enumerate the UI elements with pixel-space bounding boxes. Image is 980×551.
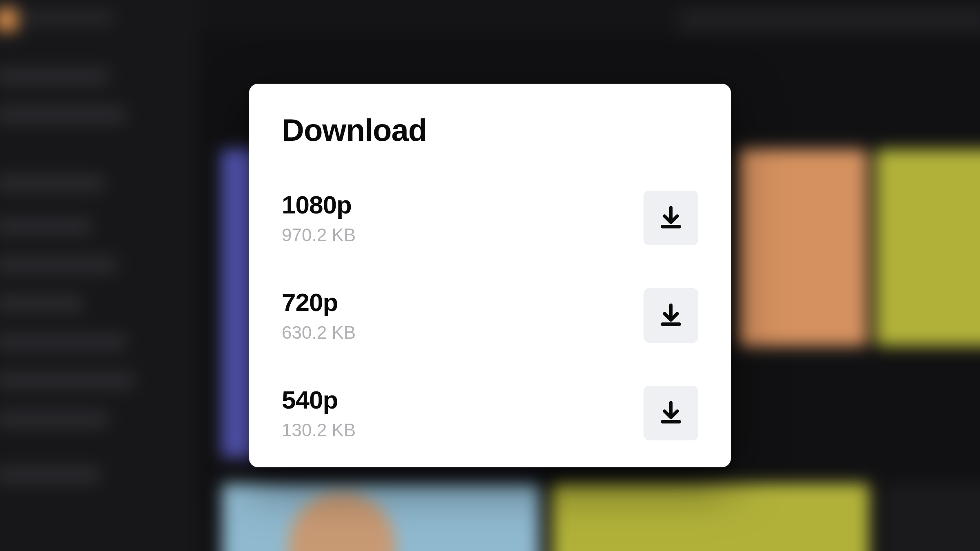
option-size-label: 630.2 KB — [282, 322, 356, 343]
download-option-540p: 540p 130.2 KB — [282, 380, 698, 446]
sidebar-item — [0, 411, 108, 428]
search-bar — [679, 8, 980, 33]
download-icon — [658, 204, 684, 231]
sidebar-item — [0, 372, 134, 389]
option-size-label: 130.2 KB — [282, 420, 356, 440]
avatar — [0, 8, 18, 31]
thumbnail — [882, 483, 980, 551]
option-quality-label: 1080p — [282, 190, 356, 219]
sidebar-item — [0, 106, 125, 123]
download-button-540p[interactable] — [644, 386, 698, 440]
sidebar-item — [0, 466, 100, 483]
download-option-720p: 720p 630.2 KB — [282, 282, 698, 349]
sidebar-item — [0, 175, 104, 192]
download-icon — [658, 302, 684, 329]
sidebar — [0, 0, 198, 551]
option-text: 540p 130.2 KB — [282, 385, 356, 440]
download-option-1080p: 1080p 970.2 KB — [282, 184, 698, 251]
download-icon — [658, 400, 684, 426]
option-text: 720p 630.2 KB — [282, 288, 356, 343]
sidebar-item — [0, 68, 108, 85]
option-quality-label: 540p — [282, 385, 356, 414]
option-quality-label: 720p — [282, 288, 356, 317]
thumbnail — [739, 149, 867, 346]
sidebar-username — [27, 12, 113, 24]
thumbnail — [876, 149, 980, 346]
download-modal: Download 1080p 970.2 KB 720p 630.2 KB 54… — [249, 84, 731, 467]
option-size-label: 970.2 KB — [282, 225, 356, 245]
sidebar-item — [0, 295, 82, 312]
sidebar-item — [0, 333, 125, 351]
sidebar-item — [0, 256, 117, 273]
download-button-1080p[interactable] — [644, 191, 698, 245]
sidebar-item — [0, 218, 91, 235]
option-text: 1080p 970.2 KB — [282, 190, 356, 245]
modal-title: Download — [282, 112, 698, 148]
thumbnail — [552, 483, 869, 551]
download-button-720p[interactable] — [644, 288, 698, 343]
